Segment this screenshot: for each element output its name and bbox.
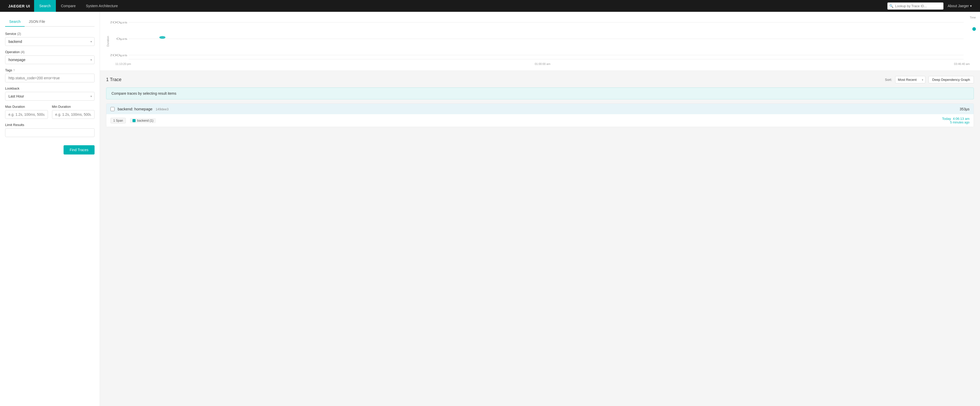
trace-details: 1 Span backend (1) Today 4:06:13 am 5 mi…	[107, 114, 974, 127]
results-controls: Sort: Most Recent Longest First Shortest…	[885, 76, 974, 83]
service-color-dot	[132, 119, 135, 122]
service-chip-label: backend (1)	[137, 119, 153, 122]
service-select[interactable]: backend frontend	[5, 37, 95, 46]
chart-x-labels: 11:13:20 pm 01:00:00 am 03:46:40 am	[110, 61, 970, 66]
trace-header[interactable]: backend: homepage 149dee3 353µs	[107, 104, 974, 114]
service-count: (2)	[17, 32, 21, 36]
results-header: 1 Trace Sort: Most Recent Longest First …	[106, 76, 974, 83]
operation-count: (4)	[21, 50, 25, 54]
trace-checkbox[interactable]	[110, 107, 115, 111]
find-traces-button[interactable]: Find Traces	[64, 145, 95, 155]
main-content: Duration 200µs 0µs -200µs 11:13:20 pm 01…	[100, 12, 980, 406]
trace-id-lookup-input[interactable]	[887, 2, 943, 10]
trace-duration: 353µs	[960, 107, 969, 111]
max-duration-group: Max Duration	[5, 105, 48, 119]
sidebar: Search JSON File Service (2) backend fro…	[0, 12, 100, 406]
operation-group: Operation (4) homepage GET / POST /api h…	[5, 50, 95, 64]
svg-text:-200µs: -200µs	[110, 54, 127, 57]
trace-title: backend: homepage 149dee3	[118, 107, 957, 111]
trace-service-name: backend	[118, 107, 132, 111]
about-jaeger-button[interactable]: About Jaeger ▾	[943, 4, 976, 8]
lookback-select[interactable]: Last Hour Last 2 Hours Last 6 Hours Last…	[5, 92, 95, 101]
trace-ago: 5 minutes ago	[942, 121, 969, 124]
operation-label: Operation	[5, 50, 20, 54]
compare-banner: Compare traces by selecting result items	[106, 88, 974, 99]
trace-operation-name: homepage	[134, 107, 153, 111]
lookback-label: Lookback	[5, 86, 19, 90]
nav-search[interactable]: Search	[34, 0, 56, 12]
tags-input[interactable]	[5, 74, 95, 82]
min-duration-label: Min Duration	[52, 105, 71, 109]
svg-point-7	[159, 36, 165, 39]
service-group: Service (2) backend frontend ▾	[5, 32, 95, 46]
chart-x-label-0: 11:13:20 pm	[115, 62, 131, 66]
tab-search[interactable]: Search	[5, 17, 25, 27]
span-count-badge: 1 Span	[110, 118, 126, 123]
nav-system-architecture[interactable]: System Architecture	[81, 0, 123, 12]
operation-select[interactable]: homepage GET / POST /api healthcheck	[5, 56, 95, 64]
chevron-down-icon: ▾	[970, 4, 972, 8]
nav-compare[interactable]: Compare	[56, 0, 81, 12]
search-icon: 🔍	[889, 4, 893, 8]
brand-logo: JAEGER UI	[4, 4, 34, 8]
lookback-group: Lookback Last Hour Last 2 Hours Last 6 H…	[5, 86, 95, 101]
chart-x-label-2: 03:46:40 am	[954, 62, 970, 66]
svg-text:200µs: 200µs	[110, 21, 127, 24]
sort-select[interactable]: Most Recent Longest First Shortest First…	[895, 76, 926, 83]
limit-results-group: Limit Results 20	[5, 123, 95, 137]
chart-area: Duration 200µs 0µs -200µs 11:13:20 pm 01…	[100, 12, 980, 71]
chart-y-label: Duration	[107, 36, 110, 47]
chart-time-label: Time	[970, 16, 976, 19]
max-duration-input[interactable]	[5, 110, 48, 119]
trace-meta: Today 4:06:13 am 5 minutes ago	[942, 117, 969, 124]
min-duration-input[interactable]	[52, 110, 95, 119]
chart-dot-indicator	[972, 27, 976, 31]
service-chip: backend (1)	[130, 118, 156, 123]
trace-date: Today 4:06:13 am	[942, 117, 969, 121]
sidebar-tabs: Search JSON File	[5, 17, 95, 27]
trace-card[interactable]: backend: homepage 149dee3 353µs 1 Span b…	[106, 104, 974, 127]
tags-group: Tags ?	[5, 68, 95, 82]
min-duration-group: Min Duration	[52, 105, 95, 119]
limit-results-label: Limit Results	[5, 123, 24, 127]
max-duration-label: Max Duration	[5, 105, 25, 109]
limit-results-input[interactable]: 20	[5, 128, 95, 137]
results-count: 1 Trace	[106, 77, 121, 82]
duration-chart: 200µs 0µs -200µs	[110, 17, 970, 61]
svg-text:0µs: 0µs	[116, 37, 127, 40]
results-area: 1 Trace Sort: Most Recent Longest First …	[100, 71, 980, 134]
service-label: Service	[5, 32, 16, 36]
sort-label: Sort:	[885, 78, 892, 82]
tags-label: Tags	[5, 68, 12, 72]
tab-json-file[interactable]: JSON File	[25, 17, 49, 27]
tags-help-icon[interactable]: ?	[13, 69, 14, 72]
deep-dependency-graph-button[interactable]: Deep Dependency Graph	[929, 76, 974, 83]
chart-x-label-1: 01:00:00 am	[535, 62, 550, 66]
trace-id: 149dee3	[156, 107, 169, 111]
